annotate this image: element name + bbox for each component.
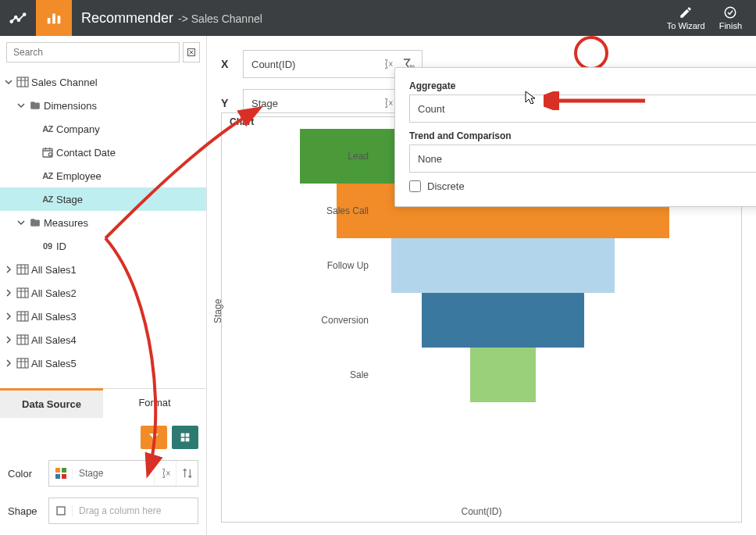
tree-root-sales-channel[interactable]: Sales Channel <box>0 70 206 94</box>
tree-table-all-sales5[interactable]: All Sales5 <box>0 351 206 375</box>
svg-rect-20 <box>186 438 190 442</box>
tree-measures[interactable]: Measures <box>0 211 206 234</box>
svg-rect-22 <box>62 468 66 473</box>
shape-icon <box>49 505 73 516</box>
svg-rect-9 <box>17 77 28 87</box>
svg-rect-25 <box>57 507 65 515</box>
app-logo-button[interactable] <box>0 0 36 36</box>
app-header: Recommender -> Sales Channel To Wizard F… <box>0 0 756 36</box>
folder-icon <box>27 100 44 111</box>
x-axis-label: X <box>221 58 234 70</box>
data-button[interactable] <box>172 426 198 449</box>
discrete-checkbox-row[interactable]: Discrete <box>409 180 756 192</box>
color-drop-zone[interactable]: Stage <box>48 460 198 487</box>
trend-select[interactable]: None <box>409 144 756 173</box>
funnel-category-label: Conversion <box>305 315 369 326</box>
chart-x-label: Count(ID) <box>461 506 501 517</box>
svg-rect-24 <box>62 474 66 479</box>
svg-rect-21 <box>55 468 60 473</box>
caret-down-icon <box>3 78 14 86</box>
to-wizard-button[interactable]: To Wizard <box>667 5 705 30</box>
discrete-label: Discrete <box>427 180 465 192</box>
search-clear-button[interactable] <box>183 42 200 62</box>
text-type-icon: AZ <box>39 194 56 204</box>
tree-table-all-sales3[interactable]: All Sales3 <box>0 305 206 328</box>
chart-type-button[interactable] <box>36 0 72 36</box>
funnel-category-label: Follow Up <box>305 260 369 271</box>
svg-rect-17 <box>181 433 185 437</box>
chart-y-label: Stage <box>212 298 223 323</box>
shape-placeholder: Drag a column here <box>73 505 198 516</box>
tree-item-company[interactable]: AZ Company <box>0 117 206 141</box>
tree-table-all-sales1[interactable]: All Sales1 <box>0 258 206 281</box>
tree-label: All Sales2 <box>31 287 77 299</box>
color-value: Stage <box>73 468 154 479</box>
data-tree: Sales Channel Dimensions AZ Company Cont… <box>0 67 206 388</box>
tree-dimensions[interactable]: Dimensions <box>0 94 206 117</box>
shape-drop-zone[interactable]: Drag a column here <box>48 498 198 524</box>
caret-down-icon <box>16 102 27 109</box>
finish-label: Finish <box>719 21 742 30</box>
caret-right-icon <box>3 266 14 273</box>
table-icon <box>14 77 31 87</box>
page-title: Recommender <box>81 10 173 27</box>
tree-item-stage[interactable]: AZ Stage <box>0 187 206 211</box>
palette-icon <box>49 467 73 480</box>
to-wizard-label: To Wizard <box>667 21 705 30</box>
tree-item-contact-date[interactable]: Contact Date <box>0 141 206 164</box>
svg-rect-23 <box>55 474 60 479</box>
tab-format[interactable]: Format <box>103 389 206 418</box>
discrete-checkbox[interactable] <box>409 180 421 192</box>
text-type-icon: AZ <box>39 124 56 134</box>
aggregate-select[interactable]: Count <box>409 95 756 123</box>
x-axis-value: Count(ID) <box>251 59 378 70</box>
filter-button[interactable] <box>141 426 167 449</box>
svg-rect-4 <box>48 18 51 23</box>
trend-value: None <box>418 153 442 165</box>
tree-item-employee[interactable]: AZ Employee <box>0 164 206 187</box>
tree-table-all-sales4[interactable]: All Sales4 <box>0 328 206 351</box>
table-icon <box>14 287 31 298</box>
funnel-segment <box>391 238 615 293</box>
svg-rect-16 <box>17 358 28 368</box>
svg-point-7 <box>726 7 736 18</box>
color-field-label: Color <box>8 468 41 480</box>
funnel-segment <box>422 293 584 348</box>
svg-rect-15 <box>17 335 28 344</box>
sort-button[interactable] <box>176 461 198 486</box>
trend-label: Trend and Comparison <box>409 130 756 141</box>
svg-rect-14 <box>17 312 28 321</box>
chart-title: Chart <box>230 116 254 127</box>
finish-button[interactable]: Finish <box>719 5 742 30</box>
table-icon <box>14 311 31 322</box>
svg-point-2 <box>18 19 20 21</box>
aggregate-popover: Aggregate Count Trend and Comparison Non… <box>394 67 756 207</box>
aggregate-label: Aggregate <box>409 80 756 91</box>
table-icon <box>14 264 31 275</box>
tab-data-source[interactable]: Data Source <box>0 388 103 418</box>
funnel-category-label: Lead <box>305 151 369 162</box>
tree-label: All Sales3 <box>31 311 77 323</box>
caret-right-icon <box>3 359 14 367</box>
table-icon <box>14 334 31 345</box>
chart-area: X Count(ID) % Y Stage Aggregate Count <box>207 36 756 535</box>
caret-right-icon <box>3 336 14 344</box>
page-subtitle: -> Sales Channel <box>178 12 262 25</box>
tree-label: All Sales1 <box>31 264 77 276</box>
search-input[interactable] <box>6 42 180 62</box>
y-axis-value: Stage <box>251 98 378 109</box>
fx-button[interactable] <box>154 461 176 486</box>
shape-field-label: Shape <box>8 505 41 517</box>
caret-right-icon <box>3 289 14 297</box>
folder-icon <box>27 217 44 228</box>
tree-table-all-sales2[interactable]: All Sales2 <box>0 281 206 305</box>
tree-item-id[interactable]: 09 ID <box>0 234 206 258</box>
tree-label: Dimensions <box>44 100 97 112</box>
funnel-segment <box>470 348 535 402</box>
tree-label: Measures <box>44 217 88 229</box>
y-axis-label: Y <box>221 97 234 109</box>
caret-right-icon <box>3 312 14 320</box>
svg-point-1 <box>15 16 17 19</box>
tree-label: Stage <box>56 194 83 205</box>
funnel-category-label: Sales Call <box>305 205 369 216</box>
